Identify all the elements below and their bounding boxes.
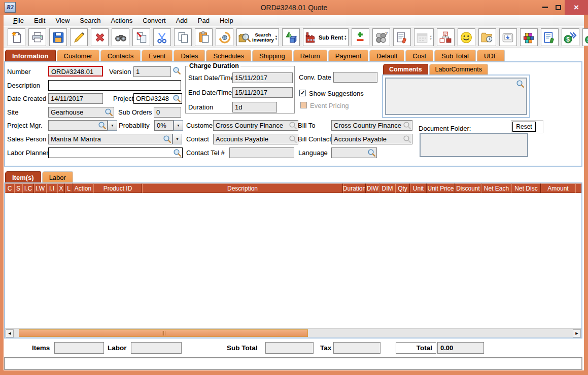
labor-planner-lookup-icon[interactable] [173, 148, 182, 157]
delete-button[interactable] [91, 28, 109, 46]
menu-add[interactable]: Add [171, 16, 193, 25]
org-chart-button[interactable] [437, 28, 455, 46]
tab-sub-total[interactable]: Sub Total [434, 50, 476, 61]
tab-item-s[interactable]: Item(s) [5, 171, 41, 183]
column-header-product-id[interactable]: Product ID [93, 183, 142, 193]
column-header-unit-price[interactable]: Unit Price [427, 183, 455, 193]
maximize-button[interactable] [551, 0, 565, 15]
project-mgr-lookup-icon[interactable] [98, 121, 107, 130]
menu-file[interactable]: File [8, 16, 29, 25]
menu-actions[interactable]: Actions [106, 16, 138, 25]
column-header-c[interactable]: C [5, 183, 14, 193]
column-header-x[interactable]: X [57, 183, 65, 193]
close-button[interactable]: × [565, 0, 588, 15]
sales-person-dropdown-button[interactable]: ▼ [172, 134, 182, 144]
comments-textarea[interactable] [385, 78, 527, 115]
tab-laborcomments[interactable]: LaborComments [429, 64, 488, 74]
column-header-net-each[interactable]: Net Each [481, 183, 511, 193]
tab-default[interactable]: Default [369, 50, 404, 61]
tab-dates[interactable]: Dates [174, 50, 205, 61]
probability-dropdown-button[interactable]: ▼ [174, 120, 183, 131]
tab-schedules[interactable]: Schedules [206, 50, 251, 61]
edit-notes-button[interactable] [541, 28, 559, 46]
contact-field[interactable]: Accounts Payable [213, 134, 298, 144]
tab-event[interactable]: Event [142, 50, 172, 61]
project-mgr-dropdown-button[interactable]: ▼ [108, 120, 117, 131]
scrollbar-thumb[interactable] [19, 329, 308, 337]
save-button[interactable] [49, 28, 67, 46]
version-field[interactable]: 1 [133, 66, 171, 77]
language-field[interactable] [331, 147, 377, 158]
tab-cost[interactable]: Cost [405, 50, 433, 61]
site-lookup-icon[interactable] [105, 108, 113, 117]
add-remove-button[interactable] [352, 28, 369, 46]
contact-tel-field[interactable] [229, 147, 294, 158]
end-date-field[interactable]: 15/11/2017 [232, 87, 293, 98]
duration-field[interactable]: 1d [232, 102, 277, 113]
edit-button[interactable] [70, 28, 88, 46]
reset-button[interactable]: Reset [512, 122, 536, 132]
search-inventory-button[interactable]: SearchInventory▾▾ [236, 28, 279, 46]
scroll-right-button[interactable]: ▶ [573, 329, 581, 338]
column-header-discount[interactable]: Discount [455, 183, 481, 193]
scroll-left-button[interactable]: ◀ [6, 329, 14, 338]
feedback-button[interactable] [458, 28, 475, 46]
minimize-button[interactable] [538, 0, 551, 15]
column-header-unit[interactable]: Unit [410, 183, 427, 193]
column-header-action[interactable]: Action [73, 183, 93, 193]
tab-shipping[interactable]: Shipping [252, 50, 292, 61]
shortcut-key-button[interactable] [499, 28, 517, 46]
probability-field[interactable]: 0% [154, 120, 174, 131]
bill-to-lookup-icon[interactable] [403, 121, 411, 130]
sales-person-field[interactable]: Mantra M Mantra [48, 134, 172, 144]
contact-lookup-icon[interactable] [289, 135, 297, 143]
menu-help[interactable]: Help [215, 16, 238, 25]
invoice-button[interactable]: $ [582, 28, 588, 46]
column-header-i-i[interactable]: I.I [46, 183, 57, 193]
tab-customer[interactable]: Customer [57, 50, 99, 61]
history-button[interactable] [478, 28, 496, 46]
shapes-button[interactable] [282, 28, 300, 46]
print-button[interactable] [28, 28, 46, 46]
column-header-qty[interactable]: Qty [395, 183, 410, 193]
date-created-field[interactable]: 14/11/2017 [48, 93, 103, 104]
tab-labor[interactable]: Labor [42, 171, 73, 183]
bill-contact-lookup-icon[interactable] [403, 135, 411, 143]
comments-zoom-icon[interactable] [516, 80, 525, 88]
tab-payment[interactable]: Payment [328, 50, 368, 61]
payment-forward-button[interactable]: $ [562, 28, 579, 46]
show-suggestions-checkbox[interactable] [299, 90, 306, 96]
new-button[interactable] [8, 28, 25, 46]
find-button[interactable] [112, 28, 129, 46]
project-field[interactable]: ORD#3248 [133, 93, 182, 104]
notes-button[interactable] [393, 28, 411, 46]
column-header-amount[interactable]: Amount [541, 183, 575, 193]
copy-order-button[interactable] [132, 28, 150, 46]
bill-contact-field[interactable]: Accounts Payable [331, 134, 412, 144]
items-table-body[interactable] [5, 193, 581, 328]
tab-contacts[interactable]: Contacts [100, 50, 141, 61]
menu-view[interactable]: View [50, 16, 75, 25]
menu-edit[interactable]: Edit [29, 16, 50, 25]
customer-lookup-icon[interactable] [289, 121, 297, 130]
version-lookup-icon[interactable] [172, 66, 181, 75]
tab-information[interactable]: Information [5, 50, 56, 61]
start-date-field[interactable]: 15/11/2017 [232, 72, 293, 83]
tab-return[interactable]: Return [293, 50, 327, 61]
group-options-button[interactable]: ? [372, 28, 390, 46]
column-header-duration[interactable]: Duration [343, 183, 366, 193]
tab-udf[interactable]: UDF [477, 50, 505, 61]
column-header-description[interactable]: Description [142, 183, 343, 193]
refresh-button[interactable] [216, 28, 233, 46]
number-field[interactable]: ORD#3248.01 [48, 66, 103, 77]
description-field[interactable] [48, 80, 181, 91]
labor-planner-field[interactable] [48, 147, 183, 158]
tab-comments[interactable]: Comments [383, 64, 428, 74]
cut-button[interactable] [153, 28, 171, 46]
inventory-blocks-button[interactable] [520, 28, 538, 46]
sub-rent-dropdown-button[interactable]: ▾▾ [344, 35, 347, 40]
search-inventory-dropdown-button[interactable]: ▾▾ [275, 35, 278, 40]
menu-pad[interactable]: Pad [193, 16, 215, 25]
menu-search[interactable]: Search [75, 16, 106, 25]
project-mgr-field[interactable] [48, 120, 108, 131]
